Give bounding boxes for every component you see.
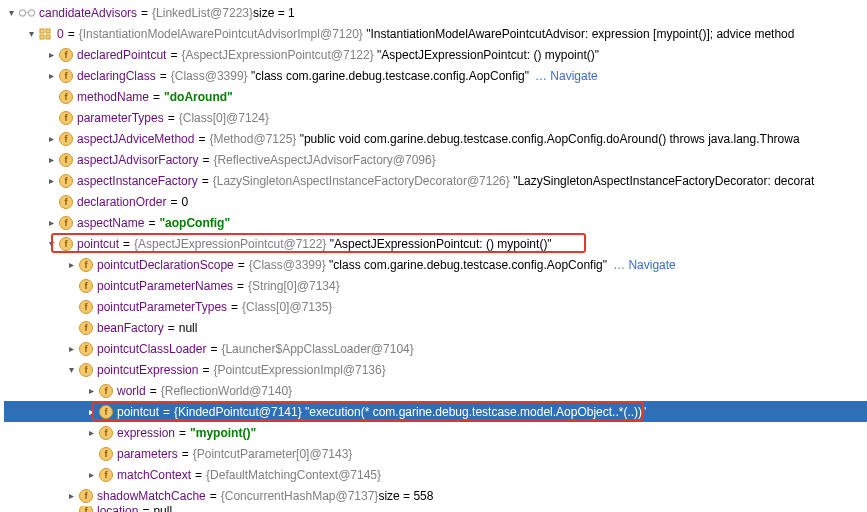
field-icon — [98, 383, 114, 399]
expand-icon[interactable]: ▸ — [84, 385, 98, 396]
field-icon — [78, 278, 94, 294]
type-label: {ReflectiveAspectJAdvisorFactory@7096} — [213, 153, 435, 167]
value-text: "doAround" — [164, 90, 233, 104]
value-text: "aopConfig" — [159, 216, 230, 230]
expand-icon[interactable]: ▸ — [84, 406, 98, 417]
type-label: {Class@3399} — [249, 258, 326, 272]
tree-row[interactable]: ▸ aspectJAdviceMethod = {Method@7125} "p… — [4, 128, 867, 149]
var-name: pointcutParameterNames — [97, 279, 233, 293]
tree-row[interactable]: ▸ aspectInstanceFactory = {LazySingleton… — [4, 170, 867, 191]
tree-row[interactable]: ▸ aspectName = "aopConfig" — [4, 212, 867, 233]
field-icon — [78, 320, 94, 336]
value-text: "class com.garine.debug.testcase.config.… — [251, 69, 529, 83]
field-icon — [58, 89, 74, 105]
var-name: pointcutClassLoader — [97, 342, 206, 356]
tree-row-pointcut[interactable]: ▾ pointcut = {AspectJExpressionPointcut@… — [4, 233, 867, 254]
type-label: {Class[0]@7135} — [242, 300, 332, 314]
field-icon — [58, 236, 74, 252]
type-label: {AspectJExpressionPointcut@7122} — [181, 48, 373, 62]
field-icon — [98, 446, 114, 462]
expand-icon[interactable]: ▸ — [44, 154, 58, 165]
field-icon — [58, 47, 74, 63]
type-label: {ConcurrentHashMap@7137} — [221, 489, 379, 503]
tree-row[interactable]: pointcutParameterNames = {String[0]@7134… — [4, 275, 867, 296]
var-name: pointcutParameterTypes — [97, 300, 227, 314]
var-name: declaringClass — [77, 69, 156, 83]
var-name: declarationOrder — [77, 195, 166, 209]
value-text: "AspectJExpressionPointcut: () mypoint()… — [377, 48, 599, 62]
expand-icon[interactable]: ▸ — [44, 175, 58, 186]
tree-row[interactable]: beanFactory = null — [4, 317, 867, 338]
tree-row[interactable]: ▸ world = {ReflectionWorld@7140} — [4, 380, 867, 401]
field-icon — [58, 173, 74, 189]
collapse-icon[interactable]: ▾ — [44, 238, 58, 249]
field-icon — [78, 506, 94, 512]
type-label: {PointcutExpressionImpl@7136} — [213, 363, 385, 377]
tree-row[interactable]: methodName = "doAround" — [4, 86, 867, 107]
value-text: "public void com.garine.debug.testcase.c… — [300, 132, 800, 146]
var-name: aspectJAdviceMethod — [77, 132, 194, 146]
value-text: "InstantiationModelAwarePointcutAdvisor:… — [366, 27, 794, 41]
var-name: aspectInstanceFactory — [77, 174, 198, 188]
type-label: {KindedPointcut@7141} — [174, 405, 302, 419]
field-icon — [78, 257, 94, 273]
type-label: {Class[0]@7124} — [179, 111, 269, 125]
tree-row[interactable]: declarationOrder = 0 — [4, 191, 867, 212]
tree-row[interactable]: ▸ shadowMatchCache = {ConcurrentHashMap@… — [4, 485, 867, 506]
type-label: {LazySingletonAspectInstanceFactoryDecor… — [213, 174, 510, 188]
tree-row[interactable]: ▾ pointcutExpression = {PointcutExpressi… — [4, 359, 867, 380]
var-name: world — [117, 384, 146, 398]
value-text: "AspectJExpressionPointcut: () mypoint()… — [330, 237, 552, 251]
var-name: 0 — [57, 27, 64, 41]
tail-text: size = 1 — [253, 6, 295, 20]
field-icon — [78, 341, 94, 357]
expand-icon[interactable]: ▸ — [44, 217, 58, 228]
field-icon — [78, 488, 94, 504]
var-name: pointcutDeclarationScope — [97, 258, 234, 272]
expand-icon[interactable]: ▸ — [64, 259, 78, 270]
tree-row-selected[interactable]: ▸ pointcut = {KindedPointcut@7141} "exec… — [4, 401, 867, 422]
tree-row[interactable]: pointcutParameterTypes = {Class[0]@7135} — [4, 296, 867, 317]
expand-icon[interactable]: ▸ — [44, 70, 58, 81]
type-label: {String[0]@7134} — [248, 279, 340, 293]
type-label: {Method@7125} — [209, 132, 296, 146]
expand-icon[interactable]: ▸ — [84, 427, 98, 438]
var-name: declaredPointcut — [77, 48, 166, 62]
navigate-link[interactable]: … Navigate — [613, 258, 676, 272]
expand-icon[interactable]: ▸ — [44, 133, 58, 144]
tree-row[interactable]: ▸ declaredPointcut = {AspectJExpressionP… — [4, 44, 867, 65]
tree-row[interactable]: ▾ 0 = {InstantiationModelAwarePointcutAd… — [4, 23, 867, 44]
tree-row[interactable]: ▸ declaringClass = {Class@3399} "class c… — [4, 65, 867, 86]
var-name: parameters — [117, 447, 178, 461]
type-label: {InstantiationModelAwarePointcutAdvisorI… — [79, 27, 363, 41]
expand-icon[interactable]: ▸ — [64, 343, 78, 354]
collapse-icon[interactable]: ▾ — [4, 7, 18, 18]
var-name: candidateAdvisors — [39, 6, 137, 20]
tree-row[interactable]: parameters = {PointcutParameter[0]@7143} — [4, 443, 867, 464]
navigate-link[interactable]: … Navigate — [535, 69, 598, 83]
tree-row[interactable]: ▸ aspectJAdvisorFactory = {ReflectiveAsp… — [4, 149, 867, 170]
tree-row[interactable]: ▸ pointcutDeclarationScope = {Class@3399… — [4, 254, 867, 275]
var-name: aspectName — [77, 216, 144, 230]
glasses-icon — [18, 8, 36, 18]
expand-icon[interactable]: ▸ — [64, 490, 78, 501]
tree-row[interactable]: location = null — [4, 506, 867, 512]
expand-icon[interactable]: ▸ — [84, 469, 98, 480]
value-text: null — [153, 506, 172, 512]
field-icon — [78, 362, 94, 378]
collapse-icon[interactable]: ▾ — [24, 28, 38, 39]
type-label: {Launcher$AppClassLoader@7104} — [221, 342, 413, 356]
tree-row[interactable]: ▸ matchContext = {DefaultMatchingContext… — [4, 464, 867, 485]
tail-text: size = 558 — [378, 489, 433, 503]
tree-row[interactable]: ▸ expression = "mypoint()" — [4, 422, 867, 443]
field-icon — [58, 68, 74, 84]
collapse-icon[interactable]: ▾ — [64, 364, 78, 375]
expand-icon[interactable]: ▸ — [44, 49, 58, 60]
tree-row[interactable]: ▸ pointcutClassLoader = {Launcher$AppCla… — [4, 338, 867, 359]
var-name: pointcutExpression — [97, 363, 198, 377]
type-label: {DefaultMatchingContext@7145} — [206, 468, 381, 482]
var-name: beanFactory — [97, 321, 164, 335]
tree-row-root[interactable]: ▾ candidateAdvisors = {LinkedList@7223} … — [4, 2, 867, 23]
var-name: shadowMatchCache — [97, 489, 206, 503]
tree-row[interactable]: parameterTypes = {Class[0]@7124} — [4, 107, 867, 128]
